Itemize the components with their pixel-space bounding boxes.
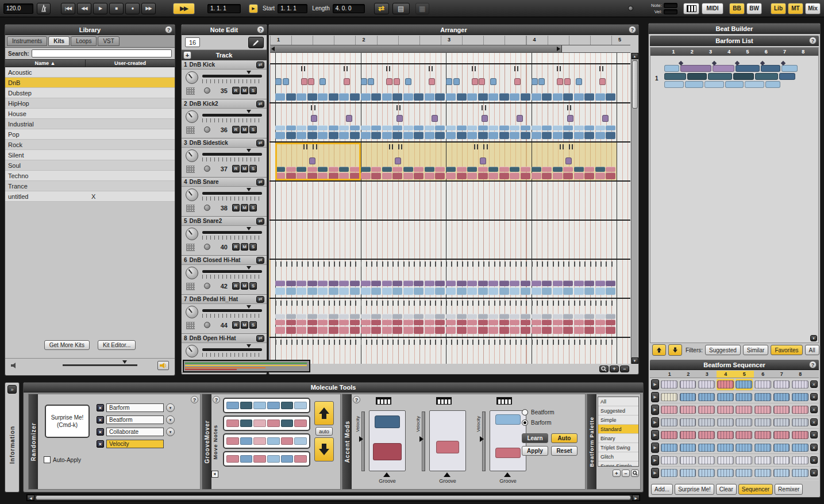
clear-button[interactable]: Clear	[716, 484, 737, 495]
beatform-cell[interactable]	[791, 379, 809, 390]
velocity-slider[interactable]	[202, 114, 262, 117]
forward-button[interactable]: ▶▶	[141, 3, 156, 14]
track-r-button[interactable]: R	[232, 126, 240, 133]
velocity-graph[interactable]	[369, 410, 406, 471]
mode-button-bw[interactable]: BW	[746, 3, 762, 14]
move-down-button[interactable]	[668, 344, 682, 356]
range-left-handle[interactable]	[271, 47, 275, 51]
scroll-up-icon[interactable]: ▲	[632, 53, 638, 59]
scrollbar-thumb[interactable]	[36, 495, 631, 500]
tempo-display[interactable]: 120.0	[3, 3, 33, 14]
beatform-cell[interactable]	[660, 455, 678, 466]
groove-pattern-row[interactable]	[223, 415, 310, 431]
velocity-slider[interactable]	[202, 153, 262, 156]
help-icon[interactable]: ?	[191, 396, 198, 403]
velocity-slider[interactable]	[202, 348, 262, 351]
velocity-graph[interactable]	[429, 410, 466, 471]
piano-keys-icon[interactable]	[683, 3, 699, 14]
scroll-down-icon[interactable]: ▼	[632, 357, 638, 364]
beatform-cell[interactable]	[660, 429, 678, 441]
palette-item-glitch[interactable]: Glitch	[598, 452, 638, 461]
beatform-cell[interactable]	[791, 442, 809, 453]
randomizer-field-barform[interactable]: Barform	[106, 403, 164, 412]
remove-palette-button[interactable]: −	[622, 470, 630, 477]
exclude-toggle-icon[interactable]: ×	[97, 404, 104, 411]
beatform-cell[interactable]	[679, 467, 697, 479]
track-r-button[interactable]: R	[232, 321, 240, 329]
chevron-down-icon[interactable]: ▼	[166, 403, 175, 412]
track-r-button[interactable]: R	[232, 165, 240, 172]
information-label[interactable]: Information	[5, 400, 19, 490]
add-palette-button[interactable]: +	[613, 470, 621, 477]
palette-item-standard[interactable]: Standard	[598, 425, 638, 434]
pan-knob[interactable]	[186, 228, 198, 240]
pan-knob[interactable]	[186, 306, 198, 318]
beatform-cell[interactable]	[791, 429, 809, 441]
column-user-created[interactable]: User-created	[86, 60, 175, 67]
row-clear-icon[interactable]: ×	[810, 469, 818, 476]
beatform-cell[interactable]	[754, 404, 772, 415]
beatform-cell[interactable]	[679, 442, 697, 453]
loop-icon[interactable]: ⇄	[374, 3, 389, 14]
metronome-icon[interactable]	[37, 3, 51, 14]
beatform-cell[interactable]	[754, 379, 772, 390]
mode-button-mt[interactable]: MT	[788, 3, 803, 14]
exclude-toggle-icon[interactable]: ×	[97, 440, 104, 448]
library-row[interactable]: Trance	[5, 181, 175, 191]
play-button[interactable]: ▶	[93, 3, 107, 14]
library-row[interactable]: Silent	[5, 150, 175, 160]
sequencer-button[interactable]: Sequencer	[738, 484, 773, 495]
palette-item-all[interactable]: All	[598, 397, 638, 406]
track-r-button[interactable]: R	[232, 204, 240, 211]
expand-icon[interactable]: »	[7, 385, 17, 394]
beatform-cell[interactable]	[679, 417, 697, 428]
randomizer-field-collaborate[interactable]: Collaborate	[106, 428, 164, 436]
grid-icon[interactable]: ▦	[415, 3, 429, 14]
row-clear-icon[interactable]: ×	[810, 444, 818, 451]
slider-handle[interactable]	[247, 305, 251, 309]
beatform-cell[interactable]	[754, 417, 772, 428]
track-s-button[interactable]: S	[249, 165, 257, 172]
beatform-cell[interactable]	[698, 429, 715, 441]
randomizer-field-beatform[interactable]: Beatform	[106, 415, 164, 424]
track-m-button[interactable]: M	[241, 243, 248, 251]
beatform-cell[interactable]	[679, 455, 697, 466]
beatform-cell[interactable]	[754, 429, 772, 441]
beatform-cell[interactable]	[754, 391, 772, 403]
row-arrow-icon[interactable]: ▶	[651, 468, 659, 478]
beatform-cell[interactable]	[660, 379, 678, 390]
beatform-cell[interactable]	[754, 442, 772, 453]
preview-volume-slider[interactable]	[63, 364, 137, 366]
track-r-button[interactable]: R	[232, 282, 240, 290]
checkbox-icon[interactable]	[44, 456, 51, 463]
help-icon[interactable]: ?	[629, 26, 636, 33]
track-m-button[interactable]: M	[241, 321, 248, 329]
palette-item-simple[interactable]: Simple	[598, 415, 638, 425]
surprise-me-button[interactable]: Surprise Me! (Cmd-k)	[45, 405, 90, 438]
add-track-button[interactable]: +	[183, 51, 191, 59]
beatform-cell[interactable]	[717, 391, 734, 403]
beatform-cell[interactable]	[773, 429, 791, 441]
beatform-cell[interactable]	[773, 442, 791, 453]
apply-button[interactable]: Apply	[522, 446, 548, 456]
zoom-out-button[interactable]: −	[620, 366, 629, 372]
beatform-cell[interactable]	[773, 455, 791, 466]
vertical-scrollbar[interactable]: ▲ ▼	[631, 53, 638, 364]
pan-knob[interactable]	[186, 188, 198, 201]
beatform-cell[interactable]	[698, 442, 715, 453]
row-arrow-icon[interactable]: ▶	[651, 455, 659, 465]
row-clear-icon[interactable]: ×	[810, 393, 818, 401]
row-arrow-icon[interactable]: ▶	[651, 430, 659, 440]
zoom-in-button[interactable]: +	[610, 366, 619, 372]
beatform-cell[interactable]	[791, 391, 809, 403]
keyboard-icon[interactable]: ▤	[392, 3, 410, 14]
position-display[interactable]: 1. 1. 1	[207, 4, 241, 13]
velocity-slider[interactable]	[202, 309, 262, 312]
groove-pattern-row[interactable]	[223, 433, 310, 449]
column-name[interactable]: Name ▲	[5, 60, 86, 67]
swap-icon[interactable]: ⇄	[256, 257, 264, 264]
beatform-cell[interactable]	[736, 417, 753, 428]
track-s-button[interactable]: S	[249, 204, 257, 211]
library-row[interactable]: Rock	[5, 140, 175, 150]
row-clear-icon[interactable]: ×	[810, 418, 818, 426]
